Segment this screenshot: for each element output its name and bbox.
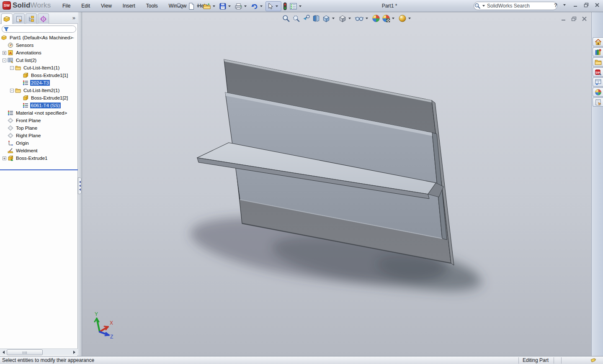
tab-dimxpert-manager[interactable]: [38, 13, 49, 24]
document-minimize-button[interactable]: [561, 15, 566, 23]
section-view-button[interactable]: [312, 14, 321, 23]
options-checklist-button[interactable]: [289, 1, 304, 11]
tab-overflow-chevron[interactable]: »: [72, 15, 75, 21]
help-dropdown[interactable]: [563, 4, 566, 6]
zoom-to-area-button[interactable]: [291, 14, 301, 23]
menu-view[interactable]: View: [95, 0, 117, 12]
select-button[interactable]: [265, 1, 281, 11]
menu-tools[interactable]: Tools: [141, 0, 163, 12]
search-scope-dropdown[interactable]: [482, 5, 485, 7]
zoom-to-fit-button[interactable]: [281, 14, 291, 23]
undo-dropdown[interactable]: [260, 5, 263, 7]
display-style-button[interactable]: [338, 14, 353, 23]
document-restore-button[interactable]: [571, 15, 577, 23]
save-dropdown[interactable]: [228, 5, 231, 7]
open-dropdown[interactable]: [213, 5, 215, 7]
edit-appearance-button[interactable]: [371, 14, 381, 23]
tree-filter-box[interactable]: [2, 26, 76, 33]
tab-solidworks-search[interactable]: SW: [593, 67, 603, 77]
appearances-ball-icon: [595, 89, 602, 96]
help-button[interactable]: ?: [554, 2, 557, 8]
tree-item-cut-list-item1[interactable]: -Cut-List-Item1(1): [0, 64, 78, 72]
tree-item-material-6061-t4[interactable]: 6061-T4 (SS): [0, 102, 78, 109]
options-dropdown[interactable]: [299, 5, 302, 7]
expand-toggle[interactable]: -: [3, 59, 6, 62]
tab-appearances-scenes[interactable]: [593, 87, 603, 97]
tree-item-front-plane[interactable]: Front Plane: [0, 117, 78, 124]
new-document-button[interactable]: [187, 1, 202, 11]
scroll-right-arrow[interactable]: [72, 350, 77, 355]
tree-item-boss-extrude1-2[interactable]: Boss-Extrude1[2]: [0, 94, 78, 102]
tree-item-cut-list-item2[interactable]: -Cut-List-Item2(1): [0, 87, 78, 94]
tab-feature-tree[interactable]: [1, 13, 13, 24]
view-settings-button[interactable]: [398, 14, 413, 23]
tab-file-explorer[interactable]: [593, 57, 603, 67]
rebuild-traffic-light-button[interactable]: [281, 1, 289, 11]
tab-configuration-manager[interactable]: [26, 13, 37, 24]
menu-pin-icon[interactable]: [176, 2, 183, 10]
expand-toggle[interactable]: +: [3, 51, 6, 55]
minimize-button[interactable]: [572, 2, 579, 8]
select-dropdown[interactable]: [276, 5, 278, 7]
expand-toggle[interactable]: -: [10, 66, 14, 70]
open-button[interactable]: [202, 1, 218, 11]
tab-solidworks-resources[interactable]: [593, 37, 603, 46]
tree-item-weldment[interactable]: Weldment: [0, 147, 78, 154]
panel-splitter[interactable]: [78, 12, 82, 356]
model-3d-view[interactable]: Y X Z: [82, 24, 591, 356]
apply-scene-dropdown[interactable]: [392, 18, 394, 19]
previous-view-button[interactable]: [302, 14, 311, 23]
tree-item-material-2024-t3[interactable]: 2024-T3: [0, 79, 78, 87]
save-button[interactable]: [218, 1, 234, 11]
apply-scene-button[interactable]: [381, 14, 397, 23]
tree-item-material[interactable]: Material <not specified>: [0, 109, 78, 117]
view-orientation-button[interactable]: [322, 14, 337, 23]
solidworks-window: SW SolidWorks File Edit View Insert Tool…: [0, 0, 603, 364]
close-button[interactable]: [594, 2, 600, 8]
undo-button[interactable]: [250, 1, 265, 11]
tree-item-origin[interactable]: Origin: [0, 139, 78, 147]
tree-item-annotations[interactable]: +Annotations: [0, 49, 78, 56]
expand-toggle[interactable]: -: [10, 89, 14, 92]
menu-file[interactable]: File: [57, 0, 76, 12]
document-title: Part1 *: [360, 0, 419, 12]
document-close-button[interactable]: [582, 15, 587, 23]
tab-property-manager[interactable]: [13, 13, 25, 24]
tree-item-sensors[interactable]: Sensors: [0, 41, 78, 49]
status-bar: Select entities to modify their appearan…: [0, 356, 603, 364]
restore-button[interactable]: [583, 2, 590, 8]
search-box[interactable]: [474, 2, 557, 10]
search-input[interactable]: [487, 3, 557, 9]
tag-icon[interactable]: [590, 357, 597, 364]
search-icon: [474, 3, 481, 9]
hide-show-dropdown[interactable]: [366, 18, 368, 19]
expand-toggle[interactable]: +: [3, 156, 6, 160]
graphics-area[interactable]: Y X Z: [82, 12, 591, 356]
print-button[interactable]: [234, 1, 250, 11]
menu-insert[interactable]: Insert: [117, 0, 141, 12]
display-style-dropdown[interactable]: [348, 18, 351, 19]
tab-custom-properties[interactable]: [593, 97, 603, 107]
new-document-dropdown[interactable]: [197, 5, 199, 7]
tree-item-right-plane[interactable]: Right Plane: [0, 132, 78, 139]
home-icon: [595, 38, 602, 46]
hide-show-items-button[interactable]: [354, 14, 371, 23]
print-dropdown[interactable]: [244, 5, 247, 7]
scrollbar-thumb[interactable]: [7, 349, 43, 355]
view-settings-dropdown[interactable]: [408, 18, 411, 19]
tree-item-cut-list[interactable]: -Cut list(2): [0, 56, 78, 64]
panel-collapse-handle[interactable]: [78, 177, 82, 194]
rollback-bar[interactable]: [0, 169, 78, 170]
menu-edit[interactable]: Edit: [76, 0, 95, 12]
folder-icon: [15, 87, 21, 93]
tree-filter-input[interactable]: [10, 27, 76, 32]
tree-item-boss-extrude1-1[interactable]: Boss-Extrude1[1]: [0, 72, 78, 79]
tab-view-palette[interactable]: [593, 77, 603, 87]
view-orientation-dropdown[interactable]: [332, 18, 335, 19]
tree-item-top-plane[interactable]: Top Plane: [0, 124, 78, 132]
scroll-left-arrow[interactable]: [1, 350, 6, 355]
tab-design-library[interactable]: [593, 47, 603, 56]
tree-item-boss-extrude1[interactable]: +Boss-Extrude1: [0, 154, 78, 162]
tree-horizontal-scrollbar[interactable]: [0, 349, 78, 355]
tree-item-part1[interactable]: Part1 (Default<As Machined>·: [0, 34, 78, 41]
